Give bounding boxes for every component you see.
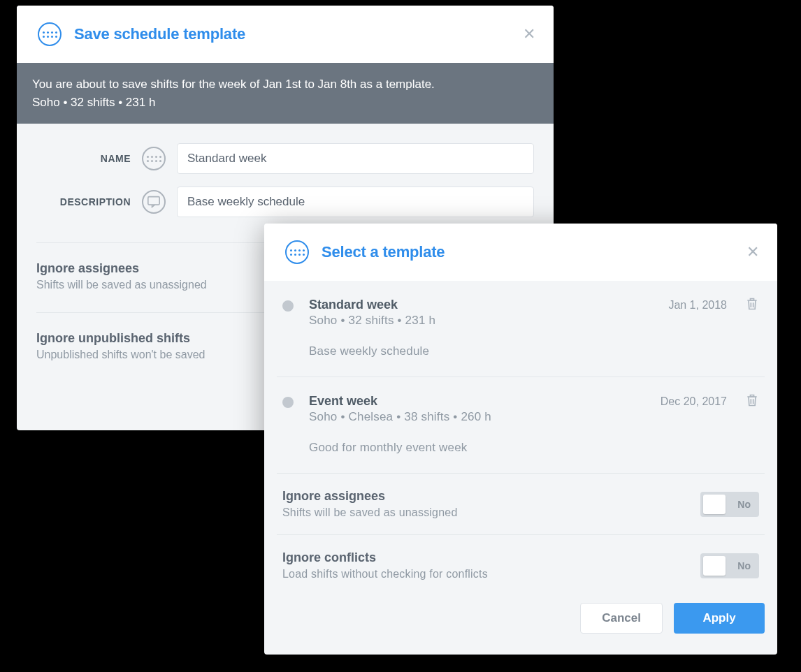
template-row[interactable]: Event week Soho • Chelsea • 38 shifts • … [277, 377, 765, 474]
save-modal-header: Save schedule template ✕ [17, 6, 554, 63]
description-label: DESCRIPTION [36, 196, 131, 207]
cancel-button[interactable]: Cancel [580, 603, 663, 634]
option-description: Shifts will be saved as unassigned [282, 506, 458, 519]
close-icon[interactable]: ✕ [523, 25, 535, 43]
toggle-text: Ignore conflicts Load shifts without che… [282, 550, 488, 580]
select-body: Standard week Soho • 32 shifts • 231 h B… [264, 281, 777, 596]
template-meta: Soho • Chelsea • 38 shifts • 260 h [309, 410, 759, 424]
toggle-knob [703, 556, 726, 576]
name-input[interactable] [177, 143, 534, 174]
save-modal-title: Save schedule template [74, 25, 245, 43]
toggle-label: No [737, 560, 751, 571]
select-modal-header: Select a template ✕ [264, 224, 777, 281]
template-date: Dec 20, 2017 [661, 395, 727, 408]
radio-icon[interactable] [282, 300, 294, 312]
select-modal-footer: Cancel Apply [264, 596, 777, 650]
name-label: NAME [36, 153, 131, 164]
template-description: Base weekly schedule [309, 344, 759, 358]
info-banner: You are about to save shifts for the wee… [17, 63, 554, 124]
ignore-conflicts-toggle[interactable]: No [700, 553, 759, 578]
template-date: Jan 1, 2018 [668, 299, 727, 312]
select-modal-title: Select a template [322, 243, 445, 261]
description-row: DESCRIPTION [36, 187, 534, 217]
apply-button[interactable]: Apply [674, 603, 765, 634]
ignore-assignees-toggle-row: Ignore assignees Shifts will be saved as… [277, 474, 765, 535]
description-input[interactable] [177, 187, 534, 217]
template-description: Good for monthly event week [309, 441, 759, 455]
message-icon [142, 190, 166, 214]
schedule-icon [285, 240, 309, 264]
trash-icon[interactable] [745, 296, 759, 314]
option-title: Ignore assignees [282, 489, 458, 504]
name-row: NAME [36, 143, 534, 174]
close-icon[interactable]: ✕ [746, 243, 759, 261]
ignore-conflicts-toggle-row: Ignore conflicts Load shifts without che… [277, 535, 765, 596]
radio-icon[interactable] [282, 397, 294, 408]
ignore-assignees-toggle[interactable]: No [700, 492, 759, 517]
banner-text-line2: Soho • 32 shifts • 231 h [32, 94, 540, 112]
schedule-icon [38, 22, 62, 46]
template-row[interactable]: Standard week Soho • 32 shifts • 231 h B… [277, 281, 765, 377]
banner-text-line1: You are about to save shifts for the wee… [32, 75, 540, 94]
toggle-label: No [737, 499, 751, 510]
option-title: Ignore conflicts [282, 550, 488, 565]
schedule-icon [142, 147, 166, 170]
template-meta: Soho • 32 shifts • 231 h [309, 314, 759, 328]
svg-rect-0 [148, 197, 159, 205]
select-template-modal: Select a template ✕ Standard week Soho •… [264, 224, 777, 655]
trash-icon[interactable] [745, 393, 759, 411]
toggle-knob [703, 495, 726, 514]
toggle-text: Ignore assignees Shifts will be saved as… [282, 489, 458, 519]
option-description: Load shifts without checking for conflic… [282, 568, 488, 580]
